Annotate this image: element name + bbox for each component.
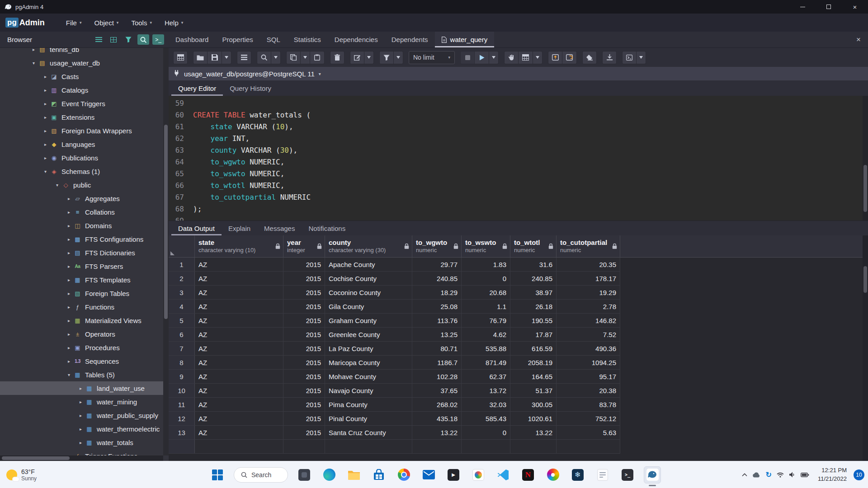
tree-item-usage-water-db[interactable]: ▾ ▤ usage_water_db <box>0 56 163 70</box>
cell-to-wgwto[interactable]: 18.29 <box>412 286 462 299</box>
cell-year[interactable]: 2015 <box>283 328 325 341</box>
sql-editor[interactable]: 5960616263646566676869 CREATE TABLE wate… <box>169 96 868 221</box>
cell-to-wgwto[interactable]: 80.71 <box>412 342 462 355</box>
row-number[interactable]: 12 <box>169 412 195 425</box>
cell-to-wtotl[interactable]: 164.65 <box>510 370 557 383</box>
cell-to-wtotl[interactable]: 26.18 <box>510 300 557 313</box>
cell-state[interactable]: AZ <box>195 356 283 369</box>
cell-to-cutotpartial[interactable]: 2.78 <box>557 300 620 313</box>
menu-tools[interactable]: Tools▾ <box>125 16 158 30</box>
cloud-icon[interactable] <box>752 472 760 478</box>
row-number[interactable]: 9 <box>169 370 195 383</box>
row-number[interactable]: 13 <box>169 426 195 439</box>
tree-item-public[interactable]: ▾ ◇ public <box>0 178 163 192</box>
cell-county[interactable]: Pima County <box>325 398 412 411</box>
cell-to-wtotl[interactable]: 38.97 <box>510 286 557 299</box>
cell-to-wswto[interactable]: 4.62 <box>462 328 510 341</box>
search-box[interactable]: Search <box>234 467 288 483</box>
filter-button[interactable] <box>379 51 394 64</box>
cell-county[interactable]: Cochise County <box>325 272 412 285</box>
explain-button[interactable] <box>519 51 533 64</box>
menu-help[interactable]: Help▾ <box>159 16 189 30</box>
cell-year[interactable]: 2015 <box>283 342 325 355</box>
chevron-right-icon[interactable]: ▸ <box>30 48 38 52</box>
save-options-button[interactable] <box>222 51 231 64</box>
tree-item-water-public-supply[interactable]: ▸ ▦ water_public_supply <box>0 408 163 422</box>
cell-to-wgwto[interactable]: 435.18 <box>412 412 462 425</box>
new-data-grid-button[interactable] <box>173 51 188 64</box>
cell-to-cutotpartial[interactable]: 7.52 <box>557 328 620 341</box>
tree-item-water-totals[interactable]: ▸ ▦ water_totals <box>0 436 163 449</box>
cell-to-cutotpartial[interactable]: 20.35 <box>557 258 620 271</box>
copy-options-button[interactable] <box>301 51 310 64</box>
chevron-right-icon[interactable]: ▸ <box>42 88 49 93</box>
tree-item-fts-templates[interactable]: ▸ ▦ FTS Templates <box>0 273 163 286</box>
cell-to-wswto[interactable]: 76.79 <box>462 314 510 327</box>
tree-item-fts-configurations[interactable]: ▸ ▩ FTS Configurations <box>0 232 163 246</box>
editor-code[interactable]: CREATE TABLE water_totals ( state VARCHA… <box>189 96 868 221</box>
chevron-right-icon[interactable]: ▸ <box>65 318 73 323</box>
chevron-right-icon[interactable]: ▸ <box>42 101 49 106</box>
cell-county[interactable]: Gila County <box>325 300 412 313</box>
cell-to-wgwto[interactable]: 268.02 <box>412 398 462 411</box>
cell-to-wswto[interactable]: 535.88 <box>462 342 510 355</box>
chevron-right-icon[interactable]: ▸ <box>65 305 73 310</box>
tab-notifications[interactable]: Notifications <box>302 221 352 235</box>
wifi-icon[interactable] <box>777 472 784 478</box>
tab-dependents[interactable]: Dependents <box>385 32 435 47</box>
row-number[interactable]: 5 <box>169 314 195 327</box>
row-number[interactable]: 7 <box>169 342 195 355</box>
row-number[interactable]: 1 <box>169 258 195 271</box>
taskbar-app-paint[interactable] <box>470 466 487 483</box>
cell-to-wgwto[interactable]: 13.22 <box>412 426 462 439</box>
browser-tool-panel-icon[interactable] <box>93 34 104 45</box>
cell-year[interactable]: 2015 <box>283 412 325 425</box>
cell-county[interactable]: Navajo County <box>325 384 412 397</box>
maximize-button[interactable] <box>816 0 842 14</box>
tree-item-operators[interactable]: ▸ ± Operators <box>0 327 163 341</box>
execute-options-button[interactable] <box>489 51 499 64</box>
cell-county[interactable]: Maricopa County <box>325 356 412 369</box>
cell-year[interactable]: 2015 <box>283 314 325 327</box>
tree-item-languages[interactable]: ▸ ◆ Languages <box>0 137 163 151</box>
chevron-right-icon[interactable]: ▸ <box>65 277 73 282</box>
cell-state[interactable]: AZ <box>195 426 283 439</box>
cell-to-wgwto[interactable]: 29.77 <box>412 258 462 271</box>
taskbar-app-file-explorer[interactable] <box>345 466 363 483</box>
chevron-right-icon[interactable]: ▸ <box>65 196 73 201</box>
cell-to-wswto[interactable]: 32.03 <box>462 398 510 411</box>
cancel-query-button[interactable] <box>460 51 475 64</box>
cell-county[interactable]: Santa Cruz County <box>325 426 412 439</box>
menu-file[interactable]: File▾ <box>60 16 88 30</box>
browser-tool-search-icon[interactable] <box>137 34 149 45</box>
column-header-to-wgwto[interactable]: to_wgwto numeric <box>412 235 462 257</box>
paste-button[interactable] <box>310 51 325 64</box>
tree-item-water-mining[interactable]: ▸ ▦ water_mining <box>0 395 163 408</box>
scrollbar-thumb[interactable] <box>863 266 867 293</box>
tree-item-foreign-tables[interactable]: ▸ ▧ Foreign Tables <box>0 286 163 300</box>
cell-to-cutotpartial[interactable]: 83.78 <box>557 398 620 411</box>
cell-year[interactable]: 2015 <box>283 398 325 411</box>
find-options-button[interactable] <box>271 51 281 64</box>
tab-explain[interactable]: Explain <box>222 221 257 235</box>
cell-year[interactable]: 2015 <box>283 370 325 383</box>
grid-scrollbar[interactable] <box>863 235 868 461</box>
tree-item-fts-parsers[interactable]: ▸ Aa FTS Parsers <box>0 259 163 273</box>
tree-item-functions[interactable]: ▸ ƒ Functions <box>0 300 163 314</box>
cell-to-cutotpartial[interactable]: 1094.25 <box>557 356 620 369</box>
close-tab-button[interactable]: × <box>849 32 868 47</box>
cell-to-wgwto[interactable]: 240.85 <box>412 272 462 285</box>
menu-object[interactable]: Object▾ <box>88 16 124 30</box>
taskbar-app-photos[interactable] <box>544 466 561 483</box>
cell-year[interactable]: 2015 <box>283 300 325 313</box>
tab-dependencies[interactable]: Dependencies <box>328 32 385 47</box>
tree-item-aggregates[interactable]: ▸ ▱ Aggregates <box>0 192 163 205</box>
cell-to-wswto[interactable]: 871.49 <box>462 356 510 369</box>
taskbar-app-terminal[interactable]: >_ <box>619 466 636 483</box>
cell-to-cutotpartial[interactable]: 5.63 <box>557 426 620 439</box>
pan-button[interactable] <box>504 51 519 64</box>
chevron-right-icon[interactable]: ▸ <box>65 264 73 269</box>
tab-query-history[interactable]: Query History <box>223 80 278 96</box>
taskbar-app-vscode[interactable] <box>495 466 512 483</box>
cell-to-wtotl[interactable]: 616.59 <box>510 342 557 355</box>
